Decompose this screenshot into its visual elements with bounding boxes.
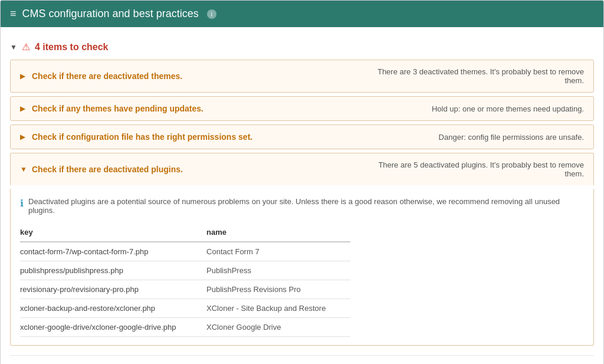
table-row: revisionary-pro/revisionary-pro.phpPubli… [20,280,350,299]
col-header-key: key [20,224,206,242]
check-row-deactivated-plugins[interactable]: ▼ Check if there are deactivated plugins… [10,153,594,185]
items-count-label: 4 items to check [35,42,109,53]
check-chevron-3: ▶ [20,133,27,141]
plugin-name-cell: Contact Form 7 [206,242,350,261]
plugin-key-cell: xcloner-google-drive/xcloner-google-driv… [20,318,206,337]
check-title-2: Check if any themes have pending updates… [32,104,203,113]
info-note-text: Deactivated plugins are a potential sour… [28,197,584,215]
plugin-table: key name contact-form-7/wp-contact-form-… [20,224,350,337]
safe-section: ▶ ✓ 15 safe items [10,355,594,364]
check-result-2: Hold up: one or more themes need updatin… [432,104,584,113]
table-row: xcloner-google-drive/xcloner-google-driv… [20,318,350,337]
check-result-1: There are 3 deactivated themes. It's pro… [360,67,584,85]
page-header: ≡ CMS configuration and best practices i [1,1,603,27]
check-result-4: There are 5 deactivated plugins. It's pr… [360,160,584,178]
plugin-key-cell: contact-form-7/wp-contact-form-7.php [20,242,206,261]
check-chevron-1: ▶ [20,72,27,80]
page-content: ▼ ⚠ 4 items to check ▶ Check if there ar… [1,27,603,364]
warning-icon: ⚠ [22,41,30,53]
info-icon[interactable]: i [207,9,216,19]
check-result-3: Danger: config file permissions are unsa… [439,133,584,142]
items-section-header[interactable]: ▼ ⚠ 4 items to check [10,37,594,57]
check-title-3: Check if configuration file has the righ… [32,132,252,142]
checks-container: ▶ Check if there are deactivated themes.… [10,60,594,346]
plugin-key-cell: revisionary-pro/revisionary-pro.php [20,280,206,299]
table-row: contact-form-7/wp-contact-form-7.phpCont… [20,242,350,261]
table-row: publishpress/publishpress.phpPublishPres… [20,261,350,280]
col-header-name: name [206,224,350,242]
info-circle-icon: ℹ [20,198,24,209]
plugin-name-cell: XCloner Google Drive [206,318,350,337]
page-wrapper: ≡ CMS configuration and best practices i… [0,0,604,364]
plugin-key-cell: publishpress/publishpress.php [20,261,206,280]
plugin-key-cell: xcloner-backup-and-restore/xcloner.php [20,299,206,318]
check-title-1: Check if there are deactivated themes. [32,71,182,81]
check-row-config-permissions[interactable]: ▶ Check if configuration file has the ri… [10,124,594,149]
check-chevron-2: ▶ [20,104,27,113]
menu-icon[interactable]: ≡ [10,8,17,20]
plugin-name-cell: PublishPress [206,261,350,280]
items-section-chevron: ▼ [10,43,17,51]
info-note: ℹ Deactivated plugins are a potential so… [20,197,584,215]
expanded-panel-plugins: ℹ Deactivated plugins are a potential so… [10,189,594,346]
check-title-4: Check if there are deactivated plugins. [32,165,183,174]
check-row-deactivated-themes[interactable]: ▶ Check if there are deactivated themes.… [10,60,594,93]
table-row: xcloner-backup-and-restore/xcloner.phpXC… [20,299,350,318]
plugin-name-cell: XCloner - Site Backup and Restore [206,299,350,318]
page-title: CMS configuration and best practices [22,8,199,20]
check-row-pending-updates[interactable]: ▶ Check if any themes have pending updat… [10,96,594,121]
plugin-name-cell: PublishPress Revisions Pro [206,280,350,299]
check-chevron-4: ▼ [20,165,27,173]
